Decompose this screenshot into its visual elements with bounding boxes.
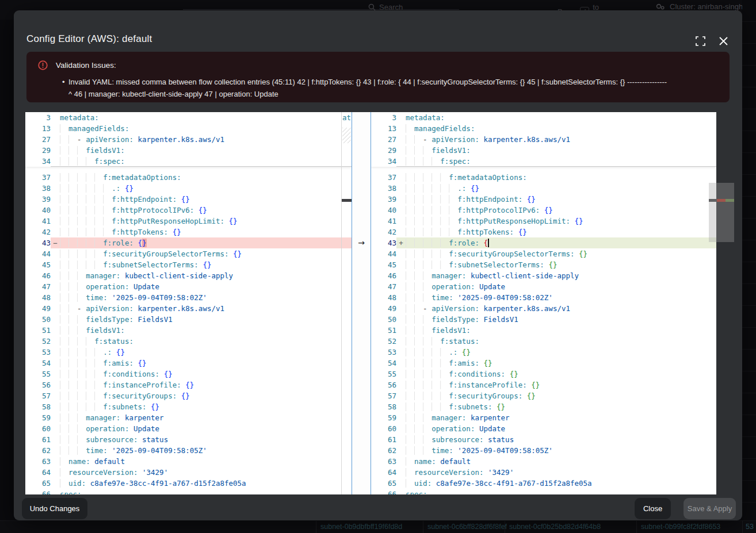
- code-text: - apiVersion: karpenter.k8s.aws/v1: [60, 134, 352, 145]
- code-line[interactable]: 37 f:metadataOptions:: [25, 172, 352, 183]
- code-line[interactable]: 37 f:metadataOptions:: [371, 172, 716, 183]
- code-line[interactable]: 41 f:httpPutResponseHopLimit: {}: [371, 216, 716, 227]
- diff-sign: [51, 172, 60, 183]
- save-apply-button[interactable]: Save & Apply: [684, 498, 736, 519]
- code-line[interactable]: 66spec:: [371, 489, 716, 494]
- code-line[interactable]: 53 .: {}: [25, 347, 352, 358]
- code-line[interactable]: 34 f:spec:: [371, 156, 716, 167]
- undo-changes-button[interactable]: Undo Changes: [22, 498, 87, 519]
- line-number: 46: [25, 270, 51, 281]
- code-line[interactable]: 29 fieldsV1:: [371, 145, 716, 156]
- code-text: f:httpProtocolIPv6: {}: [406, 205, 716, 216]
- code-line[interactable]: 52 f:status:: [25, 336, 352, 347]
- code-line[interactable]: 38 .: {}: [371, 183, 716, 194]
- scrollbar-slider[interactable]: [709, 183, 734, 242]
- line-number: 45: [371, 259, 396, 270]
- code-line[interactable]: 44 f:securityGroupSelectorTerms: {}: [25, 248, 352, 259]
- code-line[interactable]: 27 - apiVersion: karpenter.k8s.aws/v1: [371, 134, 716, 145]
- code-line[interactable]: 50 fieldsType: FieldsV1: [25, 314, 352, 325]
- code-line[interactable]: 59 manager: karpenter: [25, 412, 352, 423]
- code-line[interactable]: 50 fieldsType: FieldsV1: [371, 314, 716, 325]
- code-line[interactable]: 53 .: {}: [371, 347, 716, 358]
- code-line[interactable]: 29 fieldsV1:: [25, 145, 352, 156]
- code-line[interactable]: 13 managedFields:: [371, 123, 716, 134]
- code-line[interactable]: 55 f:conditions: {}: [371, 369, 716, 379]
- original-editor[interactable]: 37 f:metadataOptions:38 .: {}39 f:httpEn…: [25, 112, 352, 494]
- code-line[interactable]: 40 f:httpProtocolIPv6: {}: [371, 205, 716, 216]
- code-line[interactable]: 54 f:amis: {}: [371, 358, 716, 369]
- expand-button[interactable]: [694, 34, 707, 47]
- code-line[interactable]: 57 f:securityGroups: {}: [371, 390, 716, 401]
- modified-editor[interactable]: 37 f:metadataOptions:38 .: {}39 f:httpEn…: [371, 112, 716, 494]
- code-line[interactable]: 3metadata:: [25, 112, 352, 123]
- sticky-scroll-header[interactable]: 3metadata:13 managedFields:27 - apiVersi…: [371, 112, 716, 167]
- code-line[interactable]: 64 resourceVersion: '3429': [25, 467, 352, 478]
- close-footer-button[interactable]: Close: [635, 498, 671, 519]
- code-line[interactable]: 43+ f:role: {: [371, 237, 716, 248]
- code-line[interactable]: 52 f:status:: [371, 336, 716, 347]
- code-line[interactable]: 60 operation: Update: [371, 423, 716, 434]
- code-line[interactable]: 34 f:spec:: [25, 156, 352, 167]
- diff-sign: [51, 183, 60, 194]
- code-line[interactable]: 47 operation: Update: [371, 281, 716, 292]
- code-line[interactable]: 66spec:: [25, 489, 352, 494]
- code-line[interactable]: 59 manager: karpenter: [371, 412, 716, 423]
- sticky-scroll-header[interactable]: 3metadata:13 managedFields:27 - apiVersi…: [25, 112, 352, 167]
- code-text: f:httpEndpoint: {}: [60, 194, 352, 205]
- code-line[interactable]: 48 time: '2025-09-04T09:58:02Z': [25, 292, 352, 303]
- code-line[interactable]: 49 - apiVersion: karpenter.k8s.aws/v1: [25, 303, 352, 314]
- code-text: fieldsType: FieldsV1: [60, 314, 352, 325]
- code-line[interactable]: 56 f:instanceProfile: {}: [371, 379, 716, 390]
- code-text: f:httpPutResponseHopLimit: {}: [60, 216, 352, 227]
- code-text: f:spec:: [406, 156, 716, 167]
- code-line[interactable]: 61 subresource: status: [25, 434, 352, 445]
- revert-change-arrow[interactable]: →: [352, 237, 371, 248]
- code-line[interactable]: 13 managedFields:: [25, 123, 352, 134]
- code-line[interactable]: 55 f:conditions: {}: [25, 369, 352, 379]
- code-line[interactable]: 45 f:subnetSelectorTerms: {}: [25, 259, 352, 270]
- code-line[interactable]: 42 f:httpTokens: {}: [371, 227, 716, 237]
- code-line[interactable]: 63 name: default: [25, 456, 352, 467]
- code-line[interactable]: 27 - apiVersion: karpenter.k8s.aws/v1: [25, 134, 352, 145]
- code-line[interactable]: 47 operation: Update: [25, 281, 352, 292]
- code-text: f:role: {: [406, 237, 716, 248]
- code-line[interactable]: 46 manager: kubectl-client-side-apply: [371, 270, 716, 281]
- line-number: 42: [25, 227, 51, 237]
- code-line[interactable]: 60 operation: Update: [25, 423, 352, 434]
- code-line[interactable]: 63 name: default: [371, 456, 716, 467]
- code-line[interactable]: 39 f:httpEndpoint: {}: [25, 194, 352, 205]
- code-line[interactable]: 42 f:httpTokens: {}: [25, 227, 352, 237]
- code-line[interactable]: 40 f:httpProtocolIPv6: {}: [25, 205, 352, 216]
- code-line[interactable]: 57 f:securityGroups: {}: [25, 390, 352, 401]
- code-line[interactable]: 44 f:securityGroupSelectorTerms: {}: [371, 248, 716, 259]
- code-text: f:amis: {}: [60, 358, 352, 369]
- diff-sign: [51, 281, 60, 292]
- code-line[interactable]: 65 uid: c8afe97e-38cc-4f91-a767-d15f2a8f…: [25, 478, 352, 489]
- code-text: name: default: [60, 456, 352, 467]
- code-line[interactable]: 46 manager: kubectl-client-side-apply: [25, 270, 352, 281]
- code-line[interactable]: 38 .: {}: [25, 183, 352, 194]
- code-line[interactable]: 65 uid: c8afe97e-38cc-4f91-a767-d15f2a8f…: [371, 478, 716, 489]
- code-line[interactable]: 62 time: '2025-09-04T09:58:05Z': [371, 445, 716, 456]
- close-button[interactable]: [717, 34, 730, 47]
- code-line[interactable]: 43− f:role: {}: [25, 237, 352, 248]
- code-line[interactable]: 51 fieldsV1:: [25, 325, 352, 336]
- code-line[interactable]: 54 f:amis: {}: [25, 358, 352, 369]
- code-text: subresource: status: [60, 434, 352, 445]
- code-line[interactable]: 58 f:subnets: {}: [371, 401, 716, 412]
- diff-sign: [396, 467, 406, 478]
- code-line[interactable]: 3metadata:: [371, 112, 716, 123]
- code-text: fieldsV1:: [406, 325, 716, 336]
- code-line[interactable]: 48 time: '2025-09-04T09:58:02Z': [371, 292, 716, 303]
- code-line[interactable]: 45 f:subnetSelectorTerms: {}: [371, 259, 716, 270]
- code-line[interactable]: 58 f:subnets: {}: [25, 401, 352, 412]
- code-line[interactable]: 61 subresource: status: [371, 434, 716, 445]
- line-number: 57: [371, 390, 396, 401]
- code-line[interactable]: 64 resourceVersion: '3429': [371, 467, 716, 478]
- code-line[interactable]: 56 f:instanceProfile: {}: [25, 379, 352, 390]
- code-line[interactable]: 39 f:httpEndpoint: {}: [371, 194, 716, 205]
- code-line[interactable]: 41 f:httpPutResponseHopLimit: {}: [25, 216, 352, 227]
- code-line[interactable]: 51 fieldsV1:: [371, 325, 716, 336]
- code-line[interactable]: 62 time: '2025-09-04T09:58:05Z': [25, 445, 352, 456]
- code-line[interactable]: 49 - apiVersion: karpenter.k8s.aws/v1: [371, 303, 716, 314]
